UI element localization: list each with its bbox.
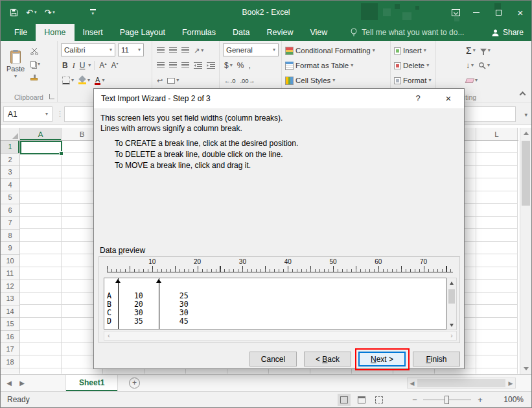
vertical-scroll-thumb[interactable] [522, 141, 530, 206]
collapse-ribbon-button[interactable] [517, 89, 527, 98]
row-header-8[interactable]: 8 [1, 230, 19, 243]
select-all-button[interactable] [1, 128, 20, 140]
normal-view-button[interactable] [338, 394, 351, 406]
sheet-nav-right-button[interactable]: ▶ [16, 375, 28, 392]
page-layout-view-button[interactable] [355, 394, 368, 406]
row-header-7[interactable]: 7 [1, 217, 19, 230]
decrease-indent-button[interactable] [192, 62, 203, 69]
scroll-right-icon[interactable]: › [447, 332, 456, 340]
back-button[interactable]: < Back [304, 352, 351, 366]
redo-button[interactable]: ↷▾ [44, 8, 54, 18]
copy-button[interactable]: ▾ [30, 58, 56, 70]
close-button[interactable]: × [509, 1, 531, 24]
save-button[interactable] [10, 8, 18, 17]
decrease-decimal-button[interactable]: .00→ [238, 77, 256, 85]
cancel-button[interactable]: Cancel [249, 352, 297, 366]
row-header-4[interactable]: 4 [1, 179, 19, 192]
column-break-line[interactable] [118, 278, 119, 329]
finish-button[interactable]: Finish [413, 352, 460, 366]
sheet-tab-sheet1[interactable]: Sheet1 [65, 375, 118, 391]
scroll-left-button[interactable]: ◀ [408, 380, 417, 387]
zoom-thumb[interactable] [445, 396, 449, 404]
row-header-12[interactable]: 12 [1, 280, 19, 293]
decrease-font-size-button[interactable]: A▾ [110, 61, 119, 70]
align-right-button[interactable] [180, 62, 191, 69]
row-header-5[interactable]: 5 [1, 191, 19, 204]
tab-insert[interactable]: Insert [75, 24, 111, 41]
comma-style-button[interactable]: , [247, 60, 251, 71]
autosum-button[interactable]: Σ▾ [465, 45, 477, 56]
delete-cells-button[interactable]: Delete▾ [394, 59, 429, 72]
new-sheet-button[interactable]: + [129, 378, 140, 389]
horizontal-scroll-thumb[interactable] [417, 379, 505, 387]
sheet-nav-left-button[interactable]: ◀ [3, 375, 15, 392]
zoom-in-button[interactable]: + [476, 392, 484, 408]
merge-center-button[interactable]: ▾ [166, 77, 180, 84]
align-left-button[interactable] [156, 62, 166, 69]
page-break-view-button[interactable] [373, 394, 386, 406]
horizontal-scrollbar[interactable]: ◀ ▶ [407, 378, 516, 389]
borders-button[interactable]: ▾ [61, 76, 75, 85]
bold-button[interactable]: B [61, 61, 69, 70]
insert-cells-button[interactable]: Insert▾ [394, 44, 426, 57]
align-middle-button[interactable] [168, 47, 178, 54]
align-bottom-button[interactable] [180, 47, 191, 54]
column-header-l[interactable]: L [476, 128, 518, 140]
row-header-3[interactable]: 3 [1, 166, 19, 179]
preview-hscroll-track[interactable] [113, 331, 447, 340]
italic-button[interactable]: I [71, 61, 76, 71]
row-header-13[interactable]: 13 [1, 293, 19, 306]
preview-text[interactable]: A 10 25 B 20 30 C 30 30 D 35 45 [104, 278, 446, 330]
preview-vertical-scrollbar[interactable] [446, 278, 457, 330]
row-header-11[interactable]: 11 [1, 267, 19, 280]
number-format-select[interactable]: General▾ [223, 43, 279, 56]
tell-me-box[interactable]: Tell me what you want to do... [350, 24, 464, 41]
conditional-formatting-button[interactable]: Conditional Formatting ▾ [285, 44, 375, 57]
preview-ruler[interactable] [107, 266, 453, 272]
zoom-level[interactable]: 100% [503, 392, 524, 408]
row-header-14[interactable]: 14 [1, 306, 19, 318]
wrap-text-button[interactable]: ↩ [156, 76, 164, 86]
align-center-button[interactable] [168, 62, 178, 69]
increase-indent-button[interactable] [205, 62, 216, 69]
row-header-15[interactable]: 15 [1, 318, 19, 331]
ribbon-display-options-button[interactable] [446, 1, 465, 24]
column-header-a[interactable]: A [20, 128, 62, 140]
clear-button[interactable]: ▾ [465, 77, 479, 84]
undo-button[interactable]: ↶▾ [26, 8, 36, 18]
dialog-help-button[interactable]: ? [408, 89, 428, 108]
row-header-10[interactable]: 10 [1, 255, 19, 268]
maximize-button[interactable] [487, 1, 509, 24]
zoom-out-button[interactable]: − [411, 392, 419, 408]
sort-filter-button[interactable]: ▾ [479, 45, 492, 56]
dialog-close-button[interactable]: × [438, 89, 459, 108]
tab-review[interactable]: Review [258, 24, 301, 41]
row-header-1[interactable]: 1 [1, 141, 19, 154]
cell-styles-button[interactable]: Cell Styles ▾ [285, 74, 335, 87]
align-top-button[interactable] [156, 47, 166, 54]
scroll-down-icon[interactable] [447, 320, 456, 330]
formula-bar-expand-button[interactable]: ▾ [524, 112, 527, 118]
scroll-up-icon[interactable] [447, 278, 456, 287]
format-painter-button[interactable] [30, 71, 56, 83]
preview-scroll-thumb[interactable] [448, 289, 455, 304]
tab-data[interactable]: Data [224, 24, 258, 41]
vertical-scrollbar[interactable] [520, 128, 531, 374]
tab-view[interactable]: View [301, 24, 336, 41]
cut-button[interactable] [30, 45, 56, 57]
row-header-18[interactable]: 18 [1, 356, 19, 369]
tab-home[interactable]: Home [36, 24, 74, 41]
scroll-right-button[interactable]: ▶ [506, 380, 515, 387]
underline-button[interactable]: U [78, 61, 87, 70]
customize-qat-button[interactable]: ▾ [90, 9, 96, 16]
clipboard-dialog-launcher[interactable] [49, 94, 54, 99]
row-header-16[interactable]: 16 [1, 331, 19, 344]
scroll-up-button[interactable] [520, 128, 531, 139]
scroll-left-icon[interactable]: ‹ [104, 332, 113, 340]
row-header-2[interactable]: 2 [1, 154, 19, 167]
paste-button[interactable]: Paste ▾ [4, 43, 27, 86]
row-header-9[interactable]: 9 [1, 242, 19, 255]
name-box[interactable]: A1 ▾ [3, 106, 52, 122]
tab-file[interactable]: File [6, 24, 36, 41]
font-size-select[interactable]: 11▾ [118, 43, 144, 56]
